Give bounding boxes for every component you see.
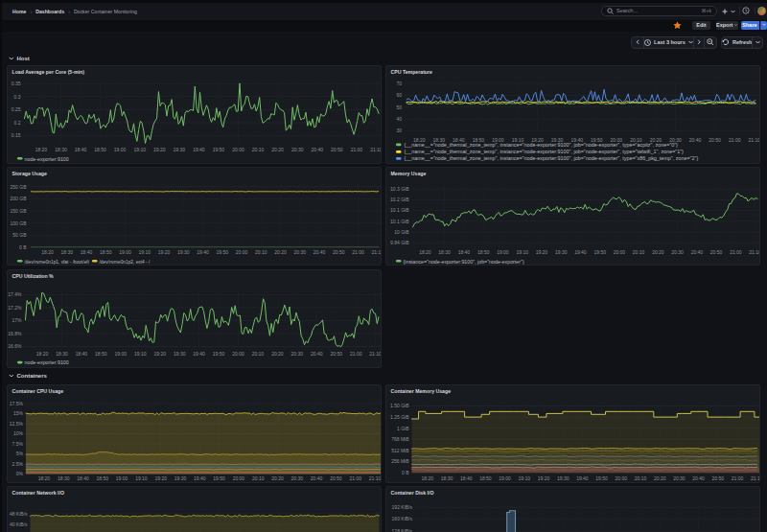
svg-text:20:50: 20:50 bbox=[330, 350, 342, 356]
svg-text:17.4%: 17.4% bbox=[8, 291, 22, 297]
svg-text:20:00: 20:00 bbox=[616, 475, 628, 481]
svg-text:19:40: 19:40 bbox=[574, 249, 587, 255]
svg-text:21:00: 21:00 bbox=[350, 147, 362, 152]
svg-text:Container Disk I/O: Container Disk I/O bbox=[391, 490, 434, 496]
svg-text:19:00: 19:00 bbox=[113, 147, 126, 152]
svg-text:18:50: 18:50 bbox=[95, 350, 107, 356]
svg-text:19:50: 19:50 bbox=[213, 475, 225, 481]
svg-text:20:50: 20:50 bbox=[712, 475, 725, 481]
svg-text:18:30: 18:30 bbox=[55, 147, 67, 152]
svg-text:20:30: 20:30 bbox=[293, 249, 306, 255]
svg-text:19:20: 19:20 bbox=[153, 350, 166, 356]
svg-text:Container Memory Usage: Container Memory Usage bbox=[391, 388, 452, 394]
svg-text:50: 50 bbox=[396, 104, 402, 110]
svg-text:{__name__="node_thermal_zone_t: {__name__="node_thermal_zone_temp", inst… bbox=[405, 149, 685, 154]
svg-text:9.84 GiB: 9.84 GiB bbox=[390, 240, 409, 245]
svg-text:Memory Usage: Memory Usage bbox=[391, 171, 427, 176]
svg-text:20:50: 20:50 bbox=[710, 249, 723, 255]
svg-text:21:10: 21:10 bbox=[749, 249, 760, 255]
svg-text:19:00: 19:00 bbox=[499, 475, 511, 481]
svg-text:19:20: 19:20 bbox=[538, 475, 550, 481]
svg-text:20:00: 20:00 bbox=[614, 249, 626, 255]
svg-text:70: 70 bbox=[396, 81, 402, 86]
svg-text:250 GB: 250 GB bbox=[10, 184, 27, 190]
svg-text:19:10: 19:10 bbox=[519, 475, 531, 481]
svg-text:20:10: 20:10 bbox=[251, 350, 264, 356]
svg-text:40 KiB/s: 40 KiB/s bbox=[9, 521, 27, 527]
svg-text:{instance="node-exporter:9100": {instance="node-exporter:9100", job="nod… bbox=[404, 259, 524, 265]
svg-text:21:00: 21:00 bbox=[732, 475, 744, 481]
svg-text:7.5%: 7.5% bbox=[12, 441, 23, 447]
svg-text:19:40: 19:40 bbox=[197, 249, 209, 255]
svg-text:21:00: 21:00 bbox=[729, 137, 741, 143]
svg-text:20:40: 20:40 bbox=[311, 147, 323, 152]
svg-text:21:10: 21:10 bbox=[369, 350, 382, 356]
svg-text:19:10: 19:10 bbox=[133, 147, 146, 152]
svg-text:18:40: 18:40 bbox=[458, 249, 471, 255]
svg-text:Container CPU Usage: Container CPU Usage bbox=[12, 388, 63, 394]
svg-text:19:40: 19:40 bbox=[576, 475, 589, 481]
svg-text:18:30: 18:30 bbox=[56, 350, 68, 356]
svg-text:128 KiB/s: 128 KiB/s bbox=[392, 528, 413, 532]
svg-text:21:00: 21:00 bbox=[352, 249, 364, 255]
svg-text:18:30: 18:30 bbox=[441, 475, 453, 481]
svg-text:160 KiB/s: 160 KiB/s bbox=[392, 516, 413, 521]
svg-text:19:20: 19:20 bbox=[154, 475, 167, 481]
svg-text:48 KiB/s: 48 KiB/s bbox=[9, 511, 27, 517]
svg-text:17.5%: 17.5% bbox=[9, 401, 23, 406]
svg-text:19:30: 19:30 bbox=[173, 147, 185, 152]
svg-text:18:30: 18:30 bbox=[60, 249, 73, 255]
svg-text:/dev/nvme0n1p2, ext4 - /: /dev/nvme0n1p2, ext4 - / bbox=[99, 260, 150, 265]
svg-text:20:20: 20:20 bbox=[271, 475, 284, 481]
svg-text:30: 30 bbox=[396, 127, 402, 133]
svg-text:21:00: 21:00 bbox=[730, 249, 742, 255]
svg-text:18:50: 18:50 bbox=[479, 475, 492, 481]
svg-text:19:00: 19:00 bbox=[115, 475, 128, 481]
svg-text:20:20: 20:20 bbox=[654, 475, 666, 481]
svg-text:19:40: 19:40 bbox=[193, 147, 205, 152]
svg-text:19:30: 19:30 bbox=[173, 350, 185, 356]
svg-text:15%: 15% bbox=[12, 410, 23, 416]
svg-text:21:10: 21:10 bbox=[751, 475, 760, 481]
svg-text:20:30: 20:30 bbox=[673, 475, 686, 481]
svg-text:19:20: 19:20 bbox=[157, 249, 170, 255]
svg-text:18:50: 18:50 bbox=[99, 249, 111, 255]
svg-text:20:10: 20:10 bbox=[635, 475, 647, 481]
svg-text:20:30: 20:30 bbox=[291, 350, 303, 356]
svg-text:{__name__="node_thermal_zone_t: {__name__="node_thermal_zone_temp", inst… bbox=[405, 155, 699, 161]
svg-text:18:20: 18:20 bbox=[35, 147, 47, 152]
svg-text:21:10: 21:10 bbox=[371, 249, 381, 255]
svg-text:21:00: 21:00 bbox=[349, 350, 361, 356]
svg-text:19:30: 19:30 bbox=[557, 475, 569, 481]
svg-text:768 MiB: 768 MiB bbox=[391, 436, 409, 442]
svg-text:100 GB: 100 GB bbox=[10, 220, 27, 226]
svg-text:10%: 10% bbox=[12, 430, 23, 436]
svg-text:18:40: 18:40 bbox=[77, 475, 89, 481]
svg-text:20:50: 20:50 bbox=[331, 147, 343, 152]
svg-text:19:30: 19:30 bbox=[174, 475, 186, 481]
svg-text:node-exporter:9100: node-exporter:9100 bbox=[24, 359, 68, 365]
svg-text:21:10: 21:10 bbox=[748, 137, 760, 143]
svg-text:18:50: 18:50 bbox=[477, 249, 490, 255]
svg-text:10.3 GiB: 10.3 GiB bbox=[390, 186, 409, 192]
svg-text:CPU Utilization %: CPU Utilization % bbox=[12, 273, 54, 279]
svg-text:1.25 GiB: 1.25 GiB bbox=[390, 414, 409, 420]
svg-text:20:20: 20:20 bbox=[271, 350, 284, 356]
svg-text:18:20: 18:20 bbox=[419, 249, 431, 255]
svg-text:12.5%: 12.5% bbox=[9, 421, 23, 427]
svg-text:18:20: 18:20 bbox=[35, 350, 48, 356]
svg-text:19:50: 19:50 bbox=[212, 350, 224, 356]
svg-text:16.8%: 16.8% bbox=[8, 330, 22, 335]
svg-text:19:30: 19:30 bbox=[176, 249, 189, 255]
svg-text:18:40: 18:40 bbox=[460, 475, 473, 481]
svg-text:256 MiB: 256 MiB bbox=[391, 458, 409, 464]
svg-text:0.35: 0.35 bbox=[11, 81, 20, 86]
svg-text:19:20: 19:20 bbox=[153, 147, 166, 152]
svg-text:19:10: 19:10 bbox=[138, 249, 151, 255]
svg-text:20:30: 20:30 bbox=[291, 475, 303, 481]
svg-text:20:00: 20:00 bbox=[232, 475, 244, 481]
svg-text:20:20: 20:20 bbox=[271, 147, 284, 152]
svg-text:16.6%: 16.6% bbox=[8, 343, 22, 349]
svg-text:{__name__="node_thermal_zone_t: {__name__="node_thermal_zone_temp", inst… bbox=[405, 142, 679, 148]
svg-text:20:50: 20:50 bbox=[332, 249, 344, 255]
